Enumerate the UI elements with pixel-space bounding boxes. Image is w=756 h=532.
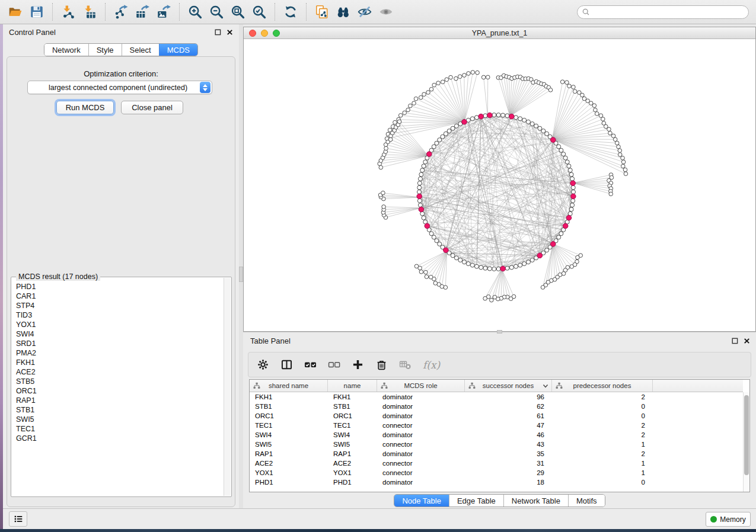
mcds-result-item[interactable]: PMA2 [12, 348, 224, 358]
graph-node[interactable] [527, 260, 531, 264]
table-cell-name[interactable]: ORC1 [328, 411, 377, 421]
export-image-button[interactable] [153, 2, 174, 21]
graph-node[interactable] [580, 93, 585, 97]
graph-node[interactable] [414, 97, 418, 101]
memory-button[interactable]: Memory [706, 512, 751, 527]
table-cell-predecessor-nodes[interactable]: 0 [552, 402, 653, 411]
graph-node[interactable] [470, 117, 474, 121]
graph-node[interactable] [621, 160, 626, 164]
table-cell-name[interactable]: TEC1 [328, 421, 377, 430]
graph-node[interactable] [501, 113, 505, 117]
graph-node[interactable] [470, 263, 474, 267]
graph-node[interactable] [466, 262, 470, 266]
graph-node[interactable] [522, 118, 527, 122]
graph-node[interactable] [384, 146, 388, 150]
table-cell-shared-name[interactable]: SWI5 [250, 440, 328, 449]
mcds-result-item[interactable]: CAR1 [12, 291, 224, 301]
graph-node[interactable] [487, 267, 492, 271]
graph-node[interactable] [505, 114, 509, 118]
graph-node[interactable] [565, 160, 569, 164]
graph-node[interactable] [595, 112, 599, 116]
table-cell-predecessor-nodes[interactable]: 2 [552, 421, 653, 430]
graph-hub-node[interactable] [462, 119, 467, 124]
graph-node[interactable] [414, 264, 419, 268]
graph-hub-node[interactable] [550, 242, 556, 247]
graph-node[interactable] [447, 129, 451, 133]
table-cell-MCDS-role[interactable]: connector [377, 440, 465, 449]
graph-node[interactable] [509, 265, 513, 270]
graph-node[interactable] [467, 72, 471, 76]
table-row[interactable]: SWI4SWI4dominator462 [250, 430, 743, 440]
graph-node[interactable] [423, 160, 428, 164]
mcds-result-item[interactable]: GCR1 [12, 434, 224, 443]
zoom-in-button[interactable] [184, 2, 206, 21]
graph-node[interactable] [570, 177, 575, 181]
graph-node[interactable] [397, 120, 401, 124]
close-panel-icon[interactable] [227, 29, 233, 36]
graph-node[interactable] [557, 235, 561, 239]
graph-hub-node[interactable] [487, 113, 493, 118]
column-header-predecessor-nodes[interactable]: predecessor nodes [552, 380, 653, 392]
table-cell-name[interactable]: STB1 [328, 402, 377, 411]
graph-node[interactable] [382, 205, 386, 209]
export-network-button[interactable] [110, 2, 132, 21]
table-cell-name[interactable]: YOX1 [328, 468, 377, 477]
graph-node[interactable] [530, 258, 534, 262]
table-cell-predecessor-nodes[interactable]: 1 [552, 459, 653, 468]
table-cell-MCDS-role[interactable]: dominator [377, 392, 465, 402]
graph-node[interactable] [572, 85, 576, 89]
table-row[interactable]: YOX1YOX1connector291 [250, 468, 743, 477]
graph-node[interactable] [381, 191, 385, 195]
graph-node[interactable] [601, 117, 605, 121]
graph-node[interactable] [474, 264, 479, 268]
mcds-result-item[interactable]: SWI4 [12, 329, 224, 339]
graph-node[interactable] [573, 89, 577, 94]
graph-node[interactable] [514, 116, 518, 120]
graph-node[interactable] [429, 87, 433, 91]
graph-node[interactable] [538, 126, 542, 130]
zoom-out-button[interactable] [206, 2, 227, 21]
mcds-list-scrollbar[interactable] [224, 278, 231, 496]
vertical-splitter-handle[interactable] [239, 267, 243, 282]
mcds-result-item[interactable]: SWI5 [12, 415, 224, 424]
graph-node[interactable] [445, 78, 449, 82]
graph-node[interactable] [522, 262, 527, 266]
graph-node[interactable] [471, 70, 475, 75]
graph-node[interactable] [462, 260, 466, 264]
mcds-result-item[interactable]: RAP1 [12, 396, 224, 405]
graph-node[interactable] [565, 81, 569, 85]
table-row[interactable]: TEC1TEC1connector472 [250, 421, 743, 430]
table-cell-shared-name[interactable]: STB1 [250, 402, 328, 411]
select-all-button[interactable] [304, 358, 317, 371]
graph-hub-node[interactable] [566, 215, 572, 220]
graph-node[interactable] [398, 113, 403, 117]
graph-node[interactable] [576, 255, 580, 259]
first-neighbors-button[interactable] [333, 2, 354, 21]
export-table-button[interactable] [132, 2, 153, 21]
graph-node[interactable] [563, 156, 567, 160]
graph-node[interactable] [426, 91, 430, 95]
tab-network[interactable]: Network [44, 44, 88, 56]
graph-node[interactable] [420, 168, 425, 172]
graph-node[interactable] [422, 92, 426, 97]
table-tab-edge-table[interactable]: Edge Table [449, 495, 503, 507]
table-cell-MCDS-role[interactable]: dominator [377, 449, 465, 459]
close-panel-button[interactable]: Close panel [121, 101, 183, 114]
toggle-panel-mode-button[interactable] [280, 358, 293, 371]
apply-layout-button[interactable] [280, 2, 301, 21]
graph-node[interactable] [481, 75, 486, 79]
graph-node[interactable] [418, 203, 422, 207]
graph-node[interactable] [621, 164, 625, 168]
table-cell-shared-name[interactable]: ORC1 [250, 411, 328, 421]
graph-node[interactable] [534, 124, 538, 128]
graph-node[interactable] [422, 164, 426, 168]
graph-hub-node[interactable] [425, 223, 430, 229]
graph-node[interactable] [560, 80, 564, 84]
graph-node[interactable] [608, 131, 613, 135]
graph-node[interactable] [518, 263, 522, 267]
table-cell-predecessor-nodes[interactable]: 2 [552, 392, 653, 402]
open-file-button[interactable] [5, 2, 26, 21]
table-cell-shared-name[interactable]: PHD1 [250, 477, 328, 487]
mcds-result-item[interactable]: FKH1 [12, 358, 224, 367]
graph-node[interactable] [429, 275, 433, 279]
